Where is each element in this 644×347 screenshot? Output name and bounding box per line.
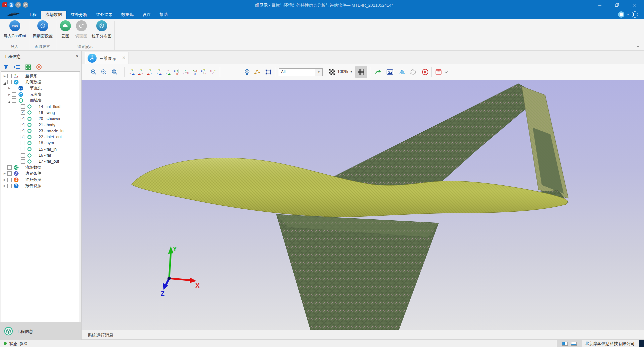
view-bottom-icon[interactable]: zYx (173, 68, 181, 76)
transparency-icon[interactable] (328, 68, 336, 76)
period-face-button[interactable]: 周期面设置 (29, 20, 56, 39)
tree-item-inlet-out[interactable]: 22 - inlet_out (1, 134, 80, 140)
export-arrow-icon[interactable] (374, 68, 382, 76)
tree-item-coordinate-system[interactable]: YZX 坐标系 (1, 73, 80, 79)
resize-grip[interactable] (639, 340, 644, 347)
probe-icon[interactable] (243, 68, 251, 76)
tree-item-body[interactable]: 21 - body (1, 122, 80, 128)
scatter-nodes-icon[interactable] (253, 68, 261, 76)
zoom-percentage[interactable]: 100% (337, 69, 348, 74)
checkbox[interactable] (21, 135, 25, 139)
checkbox[interactable] (12, 98, 16, 103)
checkbox[interactable] (21, 123, 25, 127)
mesh-sphere-icon[interactable] (409, 68, 417, 76)
panel-collapse-icon[interactable]: < (76, 54, 78, 58)
tab-close-icon[interactable]: ✕ (122, 55, 126, 60)
tree-item-nozzle-in[interactable]: 23 - nozzle_in (1, 128, 80, 134)
menu-item-flowfield[interactable]: 流场数据 (41, 11, 66, 19)
checkbox[interactable] (7, 80, 12, 84)
grid-view-icon[interactable] (24, 63, 32, 71)
snapshot-icon[interactable] (386, 68, 394, 76)
view-iso-4-icon[interactable]: xzY (209, 68, 217, 76)
checkbox[interactable] (7, 184, 12, 188)
panel-bottom-tab[interactable]: 工程信息 (0, 322, 81, 340)
import-cas-dat-button[interactable]: cas 导入Cas/Dat (1, 20, 29, 39)
checkbox[interactable] (21, 117, 25, 121)
tree-item-boundary-conditions[interactable]: 边界条件 (1, 171, 80, 177)
menu-item-project[interactable]: 工程 (24, 11, 41, 19)
tab-3d-view[interactable]: 三维显示 ✕ (85, 52, 129, 64)
layout-vertical-icon[interactable] (562, 342, 568, 346)
checkbox[interactable] (12, 86, 16, 90)
tree-item-flow-data[interactable]: 流场数据 (1, 164, 80, 170)
tree-item-face-set[interactable]: 面域集 (1, 97, 80, 103)
chevron-down-icon[interactable]: ▼ (350, 70, 353, 73)
undo-button[interactable] (15, 2, 21, 8)
zoom-in-icon[interactable] (90, 68, 98, 76)
checkbox[interactable] (21, 153, 25, 158)
tree-item-geometry-data[interactable]: 几何数据 (1, 79, 80, 85)
cloud-map-button[interactable]: 云图 (57, 20, 73, 39)
locate-icon[interactable] (35, 63, 43, 71)
view-top-icon[interactable]: xzY (164, 68, 172, 76)
checkbox[interactable] (21, 159, 25, 164)
tree-item-element-set[interactable]: 元素集 (1, 91, 80, 97)
restore-button[interactable] (609, 0, 625, 10)
viewport-3d[interactable]: Y X Z (82, 80, 644, 330)
manual-icon[interactable] (632, 11, 638, 18)
tree-item-far[interactable]: 16 - far (1, 152, 80, 158)
zoom-fit-icon[interactable] (111, 68, 119, 76)
tree-item-int-fluid[interactable]: 14 - int_fluid (1, 103, 80, 109)
view-front-icon[interactable]: Yxz (128, 68, 136, 76)
minimize-button[interactable] (592, 0, 607, 10)
display-filter-combobox[interactable]: All ▼ (279, 68, 323, 76)
menu-item-ir-results[interactable]: 红外结果 (92, 11, 117, 19)
checkbox[interactable] (21, 104, 25, 109)
checkbox[interactable] (7, 74, 12, 78)
redo-button[interactable] (23, 2, 28, 8)
tree-item-chuiwei[interactable]: 20 - chuiwei (1, 116, 80, 122)
checkbox[interactable] (21, 110, 25, 115)
zoom-out-icon[interactable] (100, 68, 108, 76)
expander-icon[interactable] (7, 87, 11, 90)
view-iso-1-icon[interactable]: Yzx (182, 68, 190, 76)
checkbox[interactable] (7, 165, 12, 170)
menu-item-ir-analysis[interactable]: 红外分析 (66, 11, 92, 19)
expander-icon[interactable] (3, 75, 7, 78)
tree-item-report-resources[interactable]: 报告资源 (1, 183, 80, 189)
tree-item-far-in[interactable]: 15 - far_in (1, 146, 80, 152)
checkbox[interactable] (7, 178, 12, 182)
chevron-down-icon[interactable]: ▼ (315, 69, 322, 76)
delete-icon[interactable] (421, 68, 429, 76)
checkbox[interactable] (12, 92, 16, 97)
tree-item-wing[interactable]: 19 - wing (1, 110, 80, 116)
save-button[interactable] (8, 2, 14, 8)
rect-select-icon[interactable] (264, 68, 272, 76)
expander-icon[interactable] (7, 93, 11, 96)
view-left-icon[interactable]: Yxz (146, 68, 154, 76)
menu-item-settings[interactable]: 设置 (138, 11, 155, 19)
expander-icon[interactable] (3, 184, 7, 187)
archive-box-icon[interactable] (435, 68, 443, 76)
view-right-icon[interactable]: Yzx (155, 68, 163, 76)
checkbox[interactable] (21, 141, 25, 145)
tree-item-infrared-data[interactable]: 红外数据 (1, 177, 80, 183)
ribbon-collapse-icon[interactable] (636, 45, 640, 48)
checkbox[interactable] (7, 171, 12, 176)
grid-toggle-button[interactable] (355, 66, 367, 78)
quick-view-icon[interactable] (618, 11, 624, 18)
close-button[interactable] (627, 0, 642, 10)
checkbox[interactable] (21, 147, 25, 151)
view-iso-2-icon[interactable]: Yxz (191, 68, 199, 76)
filter-icon[interactable] (2, 63, 10, 71)
collapse-list-icon[interactable] (13, 63, 21, 71)
menu-item-help[interactable]: 帮助 (155, 11, 172, 19)
chevron-down-icon[interactable]: ▼ (627, 13, 629, 16)
chevron-down-icon[interactable] (444, 68, 449, 76)
mirror-icon[interactable] (399, 68, 407, 76)
expander-icon[interactable] (3, 172, 7, 175)
tree-item-node-set[interactable]: 节点集 (1, 85, 80, 91)
particle-distribution-button[interactable]: 粒子分布图 (89, 20, 114, 39)
tree-item-far-out[interactable]: 17 - far_out (1, 158, 80, 164)
menu-item-database[interactable]: 数据库 (117, 11, 138, 19)
